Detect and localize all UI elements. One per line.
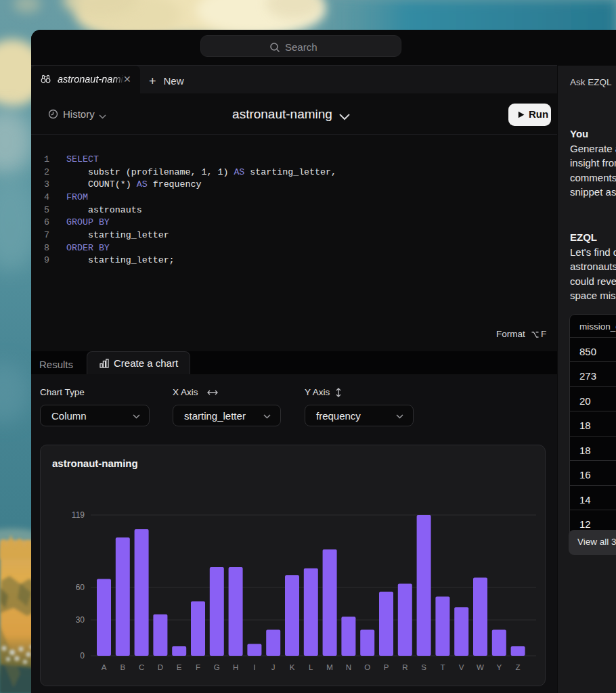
svg-text:0: 0 (80, 651, 85, 661)
svg-text:30: 30 (76, 615, 85, 625)
svg-text:V: V (459, 663, 464, 671)
svg-text:K: K (290, 663, 295, 671)
svg-text:Z: Z (516, 663, 521, 671)
svg-text:F: F (196, 663, 200, 671)
svg-text:M: M (326, 663, 333, 671)
svg-text:D: D (158, 663, 163, 671)
svg-text:S: S (421, 663, 426, 671)
svg-text:60: 60 (76, 583, 85, 592)
svg-text:B: B (120, 663, 125, 671)
svg-text:G: G (214, 663, 220, 671)
svg-text:E: E (177, 663, 182, 671)
svg-text:T: T (440, 663, 445, 671)
svg-text:A: A (102, 663, 107, 671)
svg-text:W: W (477, 663, 484, 671)
svg-text:R: R (402, 663, 408, 671)
svg-text:L: L (309, 663, 313, 671)
svg-text:J: J (271, 663, 276, 671)
svg-text:C: C (139, 663, 144, 671)
svg-text:N: N (346, 663, 351, 671)
svg-text:I: I (253, 663, 255, 671)
svg-text:119: 119 (72, 510, 85, 520)
svg-text:Y: Y (496, 663, 502, 671)
svg-text:H: H (233, 663, 238, 671)
svg-text:P: P (384, 663, 389, 671)
svg-text:O: O (364, 663, 370, 671)
